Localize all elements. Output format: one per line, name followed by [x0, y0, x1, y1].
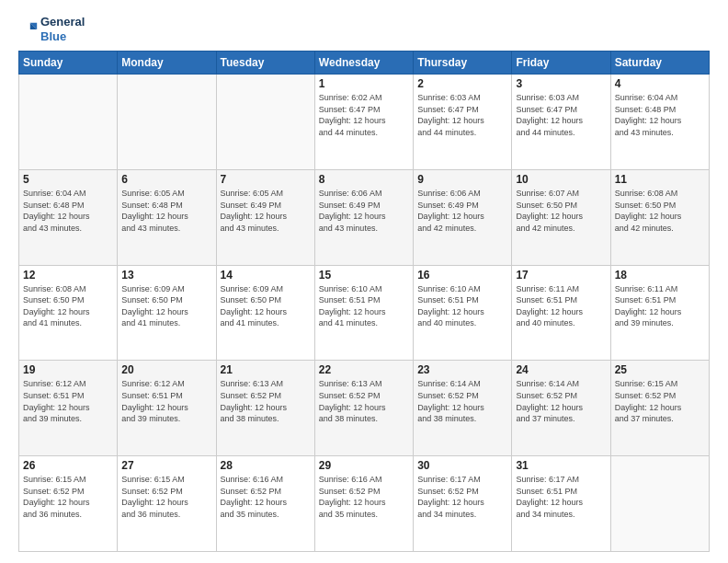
- day-number: 25: [615, 363, 705, 376]
- calendar-cell: 23Sunrise: 6:14 AM Sunset: 6:52 PM Dayli…: [414, 361, 512, 456]
- calendar-cell: 8Sunrise: 6:06 AM Sunset: 6:49 PM Daylig…: [314, 169, 413, 265]
- calendar-cell: 9Sunrise: 6:06 AM Sunset: 6:49 PM Daylig…: [414, 169, 512, 265]
- day-number: 3: [516, 77, 606, 90]
- weekday-header-row: SundayMondayTuesdayWednesdayThursdayFrid…: [19, 52, 710, 75]
- calendar-cell: 27Sunrise: 6:15 AM Sunset: 6:52 PM Dayli…: [118, 456, 216, 552]
- day-number: 1: [319, 77, 409, 90]
- day-info: Sunrise: 6:11 AM Sunset: 6:51 PM Dayligh…: [516, 283, 606, 329]
- day-number: 20: [121, 363, 211, 376]
- day-number: 30: [417, 459, 507, 472]
- day-number: 23: [417, 363, 507, 376]
- calendar-cell: 2Sunrise: 6:03 AM Sunset: 6:47 PM Daylig…: [414, 75, 512, 170]
- day-info: Sunrise: 6:03 AM Sunset: 6:47 PM Dayligh…: [417, 92, 507, 138]
- day-info: Sunrise: 6:15 AM Sunset: 6:52 PM Dayligh…: [121, 474, 211, 520]
- calendar-cell: [118, 75, 216, 170]
- day-number: 7: [221, 173, 311, 186]
- day-info: Sunrise: 6:15 AM Sunset: 6:52 PM Dayligh…: [615, 378, 705, 424]
- day-info: Sunrise: 6:14 AM Sunset: 6:52 PM Dayligh…: [417, 378, 507, 424]
- day-info: Sunrise: 6:10 AM Sunset: 6:51 PM Dayligh…: [417, 283, 507, 329]
- day-number: 18: [615, 269, 705, 282]
- calendar-cell: 19Sunrise: 6:12 AM Sunset: 6:51 PM Dayli…: [19, 361, 118, 456]
- day-number: 28: [221, 459, 311, 472]
- logo-text-line2: Blue: [40, 29, 85, 44]
- logo: General Blue: [18, 15, 85, 43]
- day-info: Sunrise: 6:04 AM Sunset: 6:48 PM Dayligh…: [23, 188, 113, 234]
- day-info: Sunrise: 6:13 AM Sunset: 6:52 PM Dayligh…: [221, 378, 311, 424]
- calendar-cell: 16Sunrise: 6:10 AM Sunset: 6:51 PM Dayli…: [414, 265, 512, 361]
- calendar-cell: [610, 456, 709, 552]
- calendar-cell: 7Sunrise: 6:05 AM Sunset: 6:49 PM Daylig…: [216, 169, 314, 265]
- day-number: 10: [516, 173, 606, 186]
- calendar-cell: 1Sunrise: 6:02 AM Sunset: 6:47 PM Daylig…: [314, 75, 413, 170]
- weekday-header-thursday: Thursday: [414, 52, 512, 75]
- day-number: 9: [417, 173, 507, 186]
- day-number: 15: [319, 269, 409, 282]
- calendar-cell: 20Sunrise: 6:12 AM Sunset: 6:51 PM Dayli…: [118, 361, 216, 456]
- day-info: Sunrise: 6:08 AM Sunset: 6:50 PM Dayligh…: [23, 283, 113, 329]
- day-number: 11: [615, 173, 705, 186]
- weekday-header-wednesday: Wednesday: [314, 52, 413, 75]
- calendar-cell: 11Sunrise: 6:08 AM Sunset: 6:50 PM Dayli…: [610, 169, 709, 265]
- day-number: 27: [121, 459, 211, 472]
- calendar-cell: 25Sunrise: 6:15 AM Sunset: 6:52 PM Dayli…: [610, 361, 709, 456]
- day-info: Sunrise: 6:04 AM Sunset: 6:48 PM Dayligh…: [615, 92, 705, 138]
- calendar-cell: 17Sunrise: 6:11 AM Sunset: 6:51 PM Dayli…: [512, 265, 610, 361]
- calendar-week-4: 19Sunrise: 6:12 AM Sunset: 6:51 PM Dayli…: [19, 361, 710, 456]
- day-info: Sunrise: 6:16 AM Sunset: 6:52 PM Dayligh…: [319, 474, 409, 520]
- day-info: Sunrise: 6:07 AM Sunset: 6:50 PM Dayligh…: [516, 188, 606, 234]
- day-info: Sunrise: 6:17 AM Sunset: 6:52 PM Dayligh…: [417, 474, 507, 520]
- day-info: Sunrise: 6:16 AM Sunset: 6:52 PM Dayligh…: [221, 474, 311, 520]
- calendar-cell: 4Sunrise: 6:04 AM Sunset: 6:48 PM Daylig…: [610, 75, 709, 170]
- day-info: Sunrise: 6:10 AM Sunset: 6:51 PM Dayligh…: [319, 283, 409, 329]
- day-number: 24: [516, 363, 606, 376]
- calendar-cell: 26Sunrise: 6:15 AM Sunset: 6:52 PM Dayli…: [19, 456, 118, 552]
- day-info: Sunrise: 6:09 AM Sunset: 6:50 PM Dayligh…: [121, 283, 211, 329]
- day-info: Sunrise: 6:05 AM Sunset: 6:49 PM Dayligh…: [221, 188, 311, 234]
- calendar-cell: 21Sunrise: 6:13 AM Sunset: 6:52 PM Dayli…: [216, 361, 314, 456]
- calendar-cell: [19, 75, 118, 170]
- day-number: 31: [516, 459, 606, 472]
- calendar-cell: [216, 75, 314, 170]
- day-number: 2: [417, 77, 507, 90]
- calendar-cell: 6Sunrise: 6:05 AM Sunset: 6:48 PM Daylig…: [118, 169, 216, 265]
- day-number: 4: [615, 77, 705, 90]
- day-number: 17: [516, 269, 606, 282]
- calendar-cell: 15Sunrise: 6:10 AM Sunset: 6:51 PM Dayli…: [314, 265, 413, 361]
- day-info: Sunrise: 6:15 AM Sunset: 6:52 PM Dayligh…: [23, 474, 113, 520]
- calendar-cell: 30Sunrise: 6:17 AM Sunset: 6:52 PM Dayli…: [414, 456, 512, 552]
- logo-text-line1: General: [40, 15, 85, 29]
- day-number: 13: [121, 269, 211, 282]
- calendar-week-3: 12Sunrise: 6:08 AM Sunset: 6:50 PM Dayli…: [19, 265, 710, 361]
- day-number: 5: [23, 173, 113, 186]
- day-number: 14: [221, 269, 311, 282]
- calendar-week-5: 26Sunrise: 6:15 AM Sunset: 6:52 PM Dayli…: [19, 456, 710, 552]
- calendar-table: SundayMondayTuesdayWednesdayThursdayFrid…: [18, 51, 710, 552]
- calendar-cell: 18Sunrise: 6:11 AM Sunset: 6:51 PM Dayli…: [610, 265, 709, 361]
- weekday-header-friday: Friday: [512, 52, 610, 75]
- day-info: Sunrise: 6:03 AM Sunset: 6:47 PM Dayligh…: [516, 92, 606, 138]
- calendar-cell: 14Sunrise: 6:09 AM Sunset: 6:50 PM Dayli…: [216, 265, 314, 361]
- calendar-cell: 28Sunrise: 6:16 AM Sunset: 6:52 PM Dayli…: [216, 456, 314, 552]
- day-number: 22: [319, 363, 409, 376]
- calendar-week-1: 1Sunrise: 6:02 AM Sunset: 6:47 PM Daylig…: [19, 75, 710, 170]
- logo-icon: [18, 19, 39, 40]
- day-number: 6: [121, 173, 211, 186]
- weekday-header-tuesday: Tuesday: [216, 52, 314, 75]
- day-number: 12: [23, 269, 113, 282]
- day-number: 26: [23, 459, 113, 472]
- day-info: Sunrise: 6:14 AM Sunset: 6:52 PM Dayligh…: [516, 378, 606, 424]
- weekday-header-saturday: Saturday: [610, 52, 709, 75]
- day-number: 16: [417, 269, 507, 282]
- day-info: Sunrise: 6:09 AM Sunset: 6:50 PM Dayligh…: [221, 283, 311, 329]
- day-info: Sunrise: 6:17 AM Sunset: 6:51 PM Dayligh…: [516, 474, 606, 520]
- day-number: 29: [319, 459, 409, 472]
- day-info: Sunrise: 6:13 AM Sunset: 6:52 PM Dayligh…: [319, 378, 409, 424]
- day-info: Sunrise: 6:06 AM Sunset: 6:49 PM Dayligh…: [417, 188, 507, 234]
- day-number: 21: [221, 363, 311, 376]
- day-info: Sunrise: 6:11 AM Sunset: 6:51 PM Dayligh…: [615, 283, 705, 329]
- calendar-cell: 29Sunrise: 6:16 AM Sunset: 6:52 PM Dayli…: [314, 456, 413, 552]
- page-header: General Blue: [18, 15, 710, 43]
- day-number: 19: [23, 363, 113, 376]
- day-info: Sunrise: 6:12 AM Sunset: 6:51 PM Dayligh…: [23, 378, 113, 424]
- calendar-cell: 12Sunrise: 6:08 AM Sunset: 6:50 PM Dayli…: [19, 265, 118, 361]
